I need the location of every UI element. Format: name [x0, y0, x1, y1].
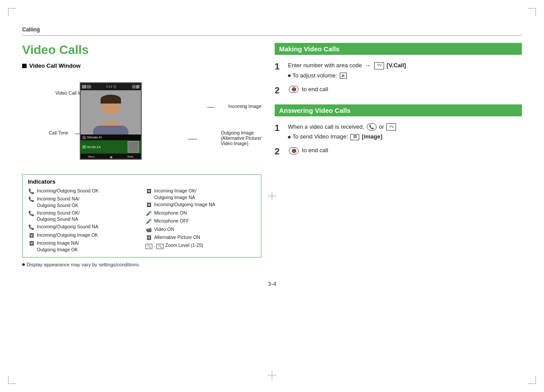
- phone-callout-area: Video Call Indicator Call Time: [27, 73, 261, 171]
- phone-menu-bar: Menu ▦ Mute: [81, 154, 141, 160]
- indicator-icon-11: 📹: [145, 227, 152, 233]
- black-square-icon: [22, 64, 27, 68]
- indicator-row: 📞 Incoming/Outgoing Sound NA: [28, 223, 138, 231]
- answering-step-1-text: When a video call is received, 📞 or TV: [288, 123, 397, 132]
- indicator-text-8: Incoming/Outgoing Image NA: [154, 201, 215, 208]
- status-icon-3: [132, 85, 136, 88]
- making-step-2-content: 📵 to end call: [288, 85, 328, 94]
- indicator-icon-4: 📞: [28, 224, 35, 231]
- right-column: Making Video Calls 1 Enter number with a…: [275, 43, 522, 267]
- menu-item-icon: ▦: [110, 155, 113, 158]
- answering-calls-header: Answering Video Calls: [275, 104, 522, 116]
- section-title: Video Calls: [22, 43, 261, 57]
- making-step-2: 2 📵 to end call: [275, 85, 522, 96]
- status-right: [132, 85, 140, 88]
- answering-step-1-content: When a video call is received, 📞 or TV T…: [288, 123, 397, 142]
- making-step-1-sub: To adjust volume: 🔊: [288, 71, 406, 81]
- indicator-text-6: Incoming Image NA/Outgoing Image OK: [37, 240, 79, 253]
- indicator-icon-9: 🎤: [145, 210, 152, 217]
- answering-step-2-number: 2: [275, 146, 284, 157]
- indicator-icon-3: 📞: [28, 210, 35, 217]
- footnote-bullet: [22, 263, 25, 266]
- indicator-text-1: Incoming/Outgoing Sound OK: [37, 188, 99, 194]
- vcall-label: [V.Call]: [387, 62, 406, 69]
- indicator-row: 🎤 Microphone ON: [145, 210, 256, 217]
- call-time-icon: [82, 145, 86, 149]
- person-hair: [101, 95, 121, 104]
- answering-step-1-sub-text: To send Video Image: 🖼 [image]: [292, 132, 382, 142]
- indicator-icon-10: 🎤: [145, 218, 152, 225]
- corner-mark-bl: [8, 376, 16, 384]
- subsection-label: Video Call Window: [22, 62, 261, 69]
- answering-step-2-content: 📵 to end call: [288, 146, 328, 155]
- indicator-text-7: Incoming Image OK/Outgoing Image NA: [154, 188, 197, 200]
- breadcrumb: Calling: [22, 27, 522, 36]
- making-step-1-number: 1: [275, 61, 284, 72]
- corner-mark-tr: [528, 8, 536, 16]
- answering-step-1-sub: To send Video Image: 🖼 [image]: [288, 132, 397, 142]
- indicator-icon-8: 🖼: [145, 202, 152, 208]
- outgoing-thumb: [128, 141, 139, 153]
- making-step-1-sub-text: To adjust volume: 🔊: [292, 71, 348, 81]
- sub-bullet-2: [288, 136, 291, 138]
- indicator-icon-7: 🖼: [145, 188, 152, 195]
- making-step-2-number: 2: [275, 85, 284, 96]
- indicator-text-5: Incoming/Outgoing Image OK: [37, 232, 98, 238]
- answering-step-1: 1 When a video call is received, 📞 or TV…: [275, 123, 522, 142]
- answer-call-icon: 📞: [367, 123, 377, 131]
- incoming-image-area: [81, 90, 141, 135]
- indicator-row: 🖼 Alternative Picture ON: [145, 234, 256, 241]
- footnote: Display appearance may vary by settings/…: [22, 262, 261, 267]
- phone-mockup: 0:10 ⬛: [80, 82, 142, 160]
- page-number: 3-4: [22, 281, 522, 287]
- answering-step-2-text: 📵 to end call: [288, 146, 328, 155]
- indicators-box: Indicators 📞 Incoming/Outgoing Sound OK …: [22, 174, 261, 257]
- indicator-text-9: Microphone ON: [154, 210, 187, 216]
- menu-item-mute: Mute: [128, 155, 133, 158]
- image-label: [image]: [362, 133, 382, 140]
- left-column: Video Calls Video Call Window Video Call…: [22, 43, 261, 267]
- end-call-icon-2: 📵: [289, 147, 299, 154]
- indicator-text-2: Incoming Sound NA/Outgoing Sound OK: [37, 196, 79, 208]
- end-call-icon-1: 📵: [289, 86, 299, 93]
- indicator-row: 🎤 Microphone OFF: [145, 218, 256, 225]
- indicator-icon-6: 🖼: [28, 240, 35, 247]
- indicator-row: 🖼 Incoming/Outgoing Image OK: [28, 232, 138, 239]
- zoom-icon-small: 🔍: [145, 244, 152, 249]
- indicator-row: 📞 Incoming/Outgoing Sound OK: [28, 188, 138, 195]
- indicator-icon-zoom: 🔍 - 🔍: [145, 242, 163, 249]
- zoom-icon-large: 🔍: [156, 244, 163, 249]
- indicator-row: 🖼 Incoming/Outgoing Image NA: [145, 201, 256, 208]
- making-calls-header: Making Video Calls: [275, 43, 522, 55]
- indicator-row: 📹 Video ON: [145, 226, 256, 233]
- making-step-1-content: Enter number with area code → TV [V.Call…: [288, 61, 406, 81]
- indicator-row: 🖼 Incoming Image NA/Outgoing Image OK: [28, 240, 138, 253]
- callout-calltime-label: Call Time: [49, 130, 68, 135]
- indicators-left-col: 📞 Incoming/Outgoing Sound OK 📞 Incoming …: [28, 188, 138, 254]
- arrow-icon: →: [365, 61, 371, 70]
- bottom-cross: [268, 371, 276, 380]
- status-icon-1: [82, 85, 86, 88]
- sub-bullet: [288, 74, 291, 77]
- indicator-text-12: Alternative Picture ON: [154, 234, 200, 241]
- indicator-text-13: Zoom Level (1-25): [165, 242, 203, 249]
- corner-mark-br: [528, 376, 536, 384]
- video-answer-icon: TV: [386, 123, 396, 131]
- answering-step-2: 2 📵 to end call: [275, 146, 522, 157]
- making-step-2-text: 📵 to end call: [288, 85, 328, 94]
- indicator-text-11: Video ON: [154, 226, 174, 233]
- indicator-icon-12: 🖼: [145, 234, 152, 241]
- status-left: [82, 85, 91, 88]
- indicators-title: Indicators: [28, 178, 256, 185]
- contact-name: Shirato H: [87, 135, 101, 139]
- indicator-row: 🔍 - 🔍 Zoom Level (1-25): [145, 242, 256, 249]
- making-step-1: 1 Enter number with area code → TV [V.Ca…: [275, 61, 522, 81]
- zoom-icon-pair: 🔍 - 🔍: [145, 244, 163, 250]
- image-icon: 🖼: [350, 134, 359, 140]
- callout-incoming-label: Incoming Image: [228, 104, 261, 109]
- indicator-row: 📞 Incoming Sound OK/Outgoing Sound NA: [28, 210, 138, 223]
- vcall-button-icon: TV: [374, 62, 384, 69]
- making-step-1-text: Enter number with area code → TV [V.Call…: [288, 61, 406, 70]
- subsection-label-text: Video Call Window: [29, 62, 81, 69]
- callout-outgoing-label: Outgoing Image (Alternative Picture/ Vid…: [221, 130, 261, 146]
